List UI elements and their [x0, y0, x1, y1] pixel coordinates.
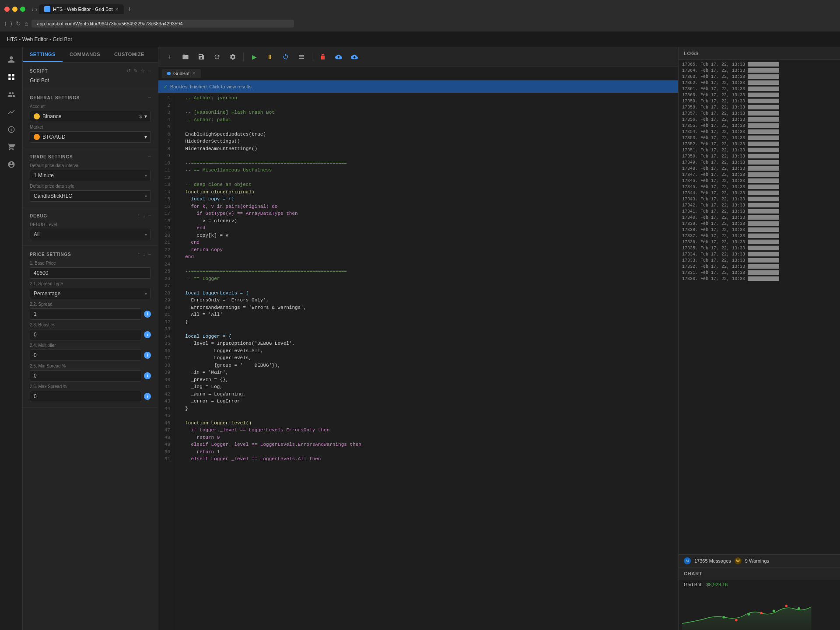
maximize-button[interactable] [20, 7, 25, 12]
forward-button[interactable]: › [35, 6, 38, 13]
toolbar-play-btn[interactable]: ▶ [248, 51, 260, 63]
new-tab-button[interactable]: + [127, 5, 131, 13]
multiplier-field[interactable]: 0 [30, 350, 141, 361]
toolbar-list-btn[interactable] [295, 51, 308, 63]
log-line: 17355. Feb 17, 22, 13:33 ████████████ [682, 123, 836, 129]
script-minus-btn[interactable]: − [148, 68, 151, 74]
debug-level-field[interactable]: All ▾ [30, 229, 151, 240]
trade-settings-title: TRADE SETTINGS [30, 154, 73, 159]
boost-info-btn[interactable]: i [144, 331, 151, 338]
toolbar-sync-btn[interactable] [280, 51, 292, 63]
toolbar-add-btn[interactable]: + [164, 51, 176, 63]
chart-price: $8,929.16 [706, 582, 728, 587]
script-edit-btn[interactable]: ✎ [133, 68, 138, 74]
sidebar-icon-user[interactable] [4, 87, 19, 102]
code-content[interactable]: -- Author: jvernon -- [HaasOnline] Flash… [174, 93, 678, 630]
log-line: 17331. Feb 17, 22, 13:33 ████████████ [682, 270, 836, 276]
sidebar-icon-circle[interactable]: $ [4, 122, 19, 137]
min-spread-value: 0 [34, 373, 37, 379]
main-editor-area: + ▶ ⏸ [158, 47, 678, 630]
toolbar-pause-btn[interactable]: ⏸ [264, 51, 276, 63]
toolbar-download-btn[interactable] [348, 51, 360, 63]
logs-area[interactable]: 17365. Feb 17, 22, 13:33 ████████████173… [679, 60, 840, 554]
script-section-actions: ↺ ✎ ☆ − [126, 68, 151, 74]
status-message: Backtest finished. Click to view results… [170, 84, 253, 89]
max-spread-field[interactable]: 0 [30, 391, 141, 402]
boost-label: 2.3. Boost % [30, 322, 151, 327]
log-line: 17332. Feb 17, 22, 13:33 ████████████ [682, 264, 836, 270]
multiplier-info-btn[interactable]: i [144, 352, 151, 359]
tab-close-button[interactable]: ✕ [115, 7, 119, 12]
trade-minus-btn[interactable]: − [148, 154, 151, 160]
editor-tab-gridbot[interactable]: GridBot ✕ [162, 69, 201, 78]
minimize-button[interactable] [12, 7, 18, 12]
sidebar-icon-grid[interactable] [4, 69, 19, 85]
code-editor[interactable]: 1234567891011121314151617181920212223242… [158, 93, 678, 630]
min-spread-info-btn[interactable]: i [144, 372, 151, 379]
toolbar-save-btn[interactable] [195, 51, 207, 63]
price-settings-actions: ↑ ↓ − [137, 251, 151, 257]
status-bar[interactable]: ✓ Backtest finished. Click to view resul… [158, 80, 678, 93]
script-value: Grid Bot [30, 77, 151, 84]
max-spread-label: 2.6. Max Spread % [30, 384, 151, 389]
chart-content: Grid Bot $8,929.16 [679, 580, 840, 630]
log-line: 17363. Feb 17, 22, 13:33 ████████████ [682, 74, 836, 80]
tab-commands[interactable]: COMMANDS [63, 47, 107, 62]
price-minus-btn[interactable]: − [148, 251, 151, 257]
script-undo-btn[interactable]: ↺ [126, 68, 131, 74]
nav-home[interactable]: ⌂ [24, 20, 28, 27]
script-star-btn[interactable]: ☆ [140, 68, 145, 74]
log-line: 17339. Feb 17, 22, 13:33 ████████████ [682, 221, 836, 227]
style-field[interactable]: CandleStickHLC ▾ [30, 190, 151, 202]
url-bar[interactable]: app.haasbot.com/WebEditor/964f73bca56549… [32, 20, 294, 28]
log-line: 17334. Feb 17, 22, 13:33 ████████████ [682, 252, 836, 258]
debug-download-btn[interactable]: ↓ [143, 213, 145, 219]
account-field[interactable]: Binance $ ▾ [30, 111, 151, 122]
back-button[interactable]: ‹ [32, 6, 34, 13]
tab-label: HTS - Web Editor - Grid Bot [53, 7, 112, 12]
market-field[interactable]: BTC/AUD ▾ [30, 131, 151, 143]
spread-info-btn[interactable]: i [144, 311, 151, 318]
spread-field[interactable]: 1 [30, 308, 141, 320]
nav-forward[interactable]: ⟩ [10, 20, 12, 27]
general-minus-btn[interactable]: − [148, 94, 151, 101]
interval-field[interactable]: 1 Minute ▾ [30, 170, 151, 181]
toolbar-upload-btn[interactable] [332, 51, 345, 63]
log-line: 17365. Feb 17, 22, 13:33 ████████████ [682, 62, 836, 68]
boost-field[interactable]: 0 [30, 329, 141, 340]
spread-type-value: Percentage [34, 290, 60, 297]
toolbar-settings-btn[interactable] [227, 51, 239, 63]
tab-settings[interactable]: SETTINGS [23, 47, 63, 62]
btc-icon [34, 134, 40, 140]
base-price-field[interactable]: 40600 [30, 267, 151, 279]
toolbar-delete-btn[interactable] [317, 51, 329, 63]
svg-point-4 [785, 605, 788, 607]
log-line: 17361. Feb 17, 22, 13:33 ████████████ [682, 86, 836, 92]
nav-back[interactable]: ⟨ [4, 20, 7, 27]
nav-reload[interactable]: ↻ [16, 20, 21, 27]
log-line: 17349. Feb 17, 22, 13:33 ████████████ [682, 160, 836, 166]
sidebar-icon-cart[interactable] [4, 139, 19, 155]
price-settings-title: PRICE SETTINGS [30, 252, 71, 257]
sidebar-icon-person[interactable] [4, 52, 19, 67]
toolbar-folder-btn[interactable] [179, 51, 192, 63]
gridbot-tab-close[interactable]: ✕ [192, 71, 196, 76]
sidebar-icon-chart[interactable] [4, 104, 19, 120]
log-line: 17352. Feb 17, 22, 13:33 ████████████ [682, 141, 836, 147]
gridbot-tab-label: GridBot [173, 71, 189, 76]
price-upload-btn[interactable]: ↑ [137, 251, 140, 257]
active-browser-tab[interactable]: HTS - Web Editor - Grid Bot ✕ [39, 4, 124, 14]
sidebar-icon-person2[interactable] [4, 157, 19, 172]
toolbar-refresh-btn[interactable] [211, 51, 223, 63]
right-panel: LOGS 17365. Feb 17, 22, 13:33 ██████████… [678, 47, 840, 630]
logs-footer: M 17365 Messages W 9 Warnings [679, 554, 840, 567]
log-line: 17343. Feb 17, 22, 13:33 ████████████ [682, 196, 836, 203]
debug-minus-btn[interactable]: − [148, 213, 151, 219]
max-spread-info-btn[interactable]: i [144, 393, 151, 400]
tab-customize[interactable]: CUSTOMIZE [107, 47, 151, 62]
min-spread-field[interactable]: 0 [30, 370, 141, 382]
price-download-btn[interactable]: ↓ [143, 251, 145, 257]
close-button[interactable] [4, 7, 10, 12]
spread-type-field[interactable]: Percentage ▾ [30, 288, 151, 299]
debug-upload-btn[interactable]: ↑ [137, 213, 140, 219]
